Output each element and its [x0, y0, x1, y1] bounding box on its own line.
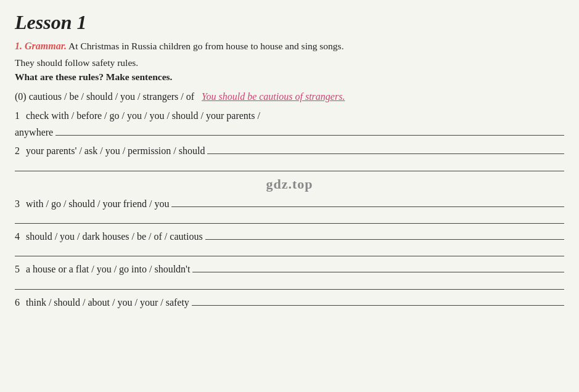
exercise-6: 6 think / should / about / you / your / …: [15, 295, 564, 311]
exercise-3-full-line: [15, 213, 564, 224]
exercise-2-full-line: [15, 160, 564, 171]
exercise-1-continuation: anywhere: [15, 125, 53, 141]
lesson-title: Lesson 1: [15, 11, 564, 34]
exercise-1-num: 1: [15, 108, 23, 124]
exercise-4: 4 should / you / dark houses / be / of /…: [15, 229, 564, 256]
exercise-2-line: 2 your parents' / ask / you / permission…: [15, 143, 564, 159]
exercise-6-text: think / should / about / you / your / sa…: [26, 295, 189, 311]
watermark: gdz.top: [15, 176, 564, 192]
exercise-2-num: 2: [15, 143, 23, 159]
exercise-3-line: 3 with / go / should / your friend / you: [15, 196, 564, 212]
grammar-label: 1. Grammar.: [15, 41, 67, 51]
exercise-5-line: 5 a house or a flat / you / go into / sh…: [15, 261, 564, 277]
exercise-3-text: with / go / should / your friend / you: [26, 196, 169, 212]
exercise-6-answer[interactable]: [192, 295, 564, 306]
exercise-3-answer[interactable]: [171, 196, 564, 207]
exercise-2-text: your parents' / ask / you / permission /…: [26, 143, 205, 159]
intro-text-1: At Christmas in Russia children go from …: [68, 41, 343, 51]
exercise-5-answer[interactable]: [192, 261, 564, 272]
instruction: What are these rules? Make sentences.: [15, 71, 564, 83]
exercise-1-continuation-line: anywhere: [15, 125, 564, 141]
exercise-4-line: 4 should / you / dark houses / be / of /…: [15, 229, 564, 245]
exercise-3-num: 3: [15, 196, 23, 212]
exercise-1: 1 check with / before / go / you / you /…: [15, 108, 564, 141]
exercise-1-text: check with / before / go / you / you / s…: [26, 108, 260, 124]
intro-text-2: They should follow safety rules.: [15, 55, 564, 70]
exercise-4-text: should / you / dark houses / be / of / c…: [26, 229, 203, 245]
exercise-5-full-line: [15, 279, 564, 290]
exercise-4-full-line: [15, 245, 564, 256]
example-answer: You should be cautious of strangers.: [202, 91, 345, 102]
exercise-6-line: 6 think / should / about / you / your / …: [15, 295, 564, 311]
exercise-4-answer[interactable]: [205, 229, 564, 240]
exercise-5-num: 5: [15, 261, 23, 277]
exercise-2: 2 your parents' / ask / you / permission…: [15, 143, 564, 171]
example-section: (0) cautious / be / should / you / stran…: [15, 89, 564, 105]
example-prompt-line: (0) cautious / be / should / you / stran…: [15, 89, 564, 105]
exercise-1-answer[interactable]: [55, 125, 564, 136]
exercise-2-answer[interactable]: [207, 143, 564, 154]
exercise-5: 5 a house or a flat / you / go into / sh…: [15, 261, 564, 289]
grammar-section: 1. Grammar. At Christmas in Russia child…: [15, 39, 564, 311]
exercise-4-num: 4: [15, 229, 23, 245]
exercise-3: 3 with / go / should / your friend / you: [15, 196, 564, 224]
exercise-6-num: 6: [15, 295, 23, 311]
exercise-5-text: a house or a flat / you / go into / shou…: [26, 261, 190, 277]
example-prompt: (0) cautious / be / should / you / stran…: [15, 91, 194, 102]
exercise-1-line: 1 check with / before / go / you / you /…: [15, 108, 564, 124]
